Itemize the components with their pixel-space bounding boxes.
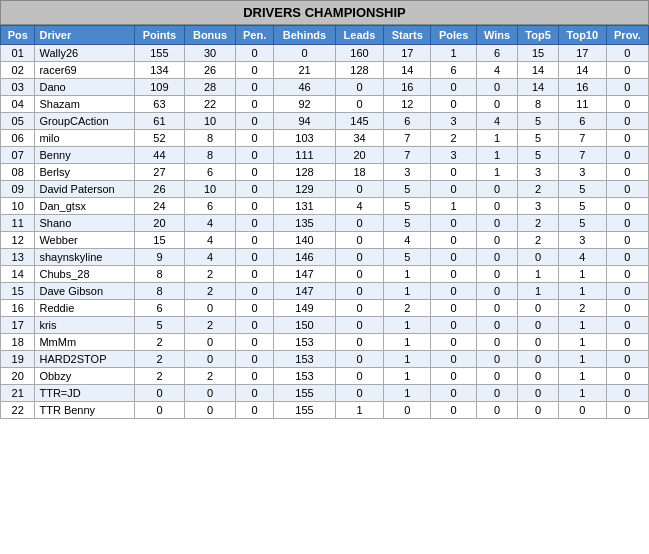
data-cell: 21 xyxy=(1,385,35,402)
data-cell: 128 xyxy=(335,62,383,79)
data-cell: 128 xyxy=(274,164,336,181)
data-cell: 09 xyxy=(1,181,35,198)
data-cell: 0 xyxy=(606,130,648,147)
data-cell: 0 xyxy=(335,317,383,334)
data-cell: 0 xyxy=(236,113,274,130)
data-cell: 5 xyxy=(518,113,559,130)
data-cell: 8 xyxy=(134,266,184,283)
data-cell: 10 xyxy=(1,198,35,215)
data-cell: 0 xyxy=(431,334,476,351)
table-row: 11Shano20401350500250 xyxy=(1,215,649,232)
col-pos: Pos xyxy=(1,26,35,45)
col-points: Points xyxy=(134,26,184,45)
data-cell: 0 xyxy=(185,385,236,402)
driver-name-cell: Shano xyxy=(35,215,134,232)
data-cell: 0 xyxy=(476,232,518,249)
data-cell: 109 xyxy=(134,79,184,96)
data-cell: 0 xyxy=(476,283,518,300)
data-cell: 2 xyxy=(185,283,236,300)
driver-name-cell: MmMm xyxy=(35,334,134,351)
col-poles: Poles xyxy=(431,26,476,45)
data-cell: 92 xyxy=(274,96,336,113)
data-cell: 0 xyxy=(476,181,518,198)
data-cell: 0 xyxy=(606,249,648,266)
data-cell: 0 xyxy=(518,334,559,351)
data-cell: 16 xyxy=(1,300,35,317)
data-cell: 0 xyxy=(236,232,274,249)
data-cell: 0 xyxy=(134,402,184,419)
data-cell: 1 xyxy=(558,385,606,402)
data-cell: 10 xyxy=(185,113,236,130)
driver-name-cell: kris xyxy=(35,317,134,334)
col-wins: Wins xyxy=(476,26,518,45)
table-row: 05GroupCAction6110094145634560 xyxy=(1,113,649,130)
data-cell: 2 xyxy=(185,368,236,385)
data-cell: 1 xyxy=(431,45,476,62)
data-cell: 46 xyxy=(274,79,336,96)
data-cell: 0 xyxy=(335,300,383,317)
data-cell: 0 xyxy=(236,351,274,368)
data-cell: 4 xyxy=(476,113,518,130)
data-cell: 0 xyxy=(606,164,648,181)
data-cell: 2 xyxy=(558,300,606,317)
data-cell: 12 xyxy=(384,96,431,113)
data-cell: 1 xyxy=(558,351,606,368)
data-cell: 0 xyxy=(476,351,518,368)
driver-name-cell: Wally26 xyxy=(35,45,134,62)
data-cell: 0 xyxy=(518,351,559,368)
data-cell: 1 xyxy=(384,368,431,385)
table-row: 09David Paterson261001290500250 xyxy=(1,181,649,198)
data-cell: 0 xyxy=(606,198,648,215)
page-title: DRIVERS CHAMPIONSHIP xyxy=(243,5,406,20)
data-cell: 14 xyxy=(518,62,559,79)
data-cell: 1 xyxy=(384,334,431,351)
data-cell: 1 xyxy=(384,317,431,334)
data-cell: 07 xyxy=(1,147,35,164)
col-top10: Top10 xyxy=(558,26,606,45)
data-cell: 0 xyxy=(606,96,648,113)
data-cell: 21 xyxy=(274,62,336,79)
data-cell: 4 xyxy=(558,249,606,266)
data-cell: 3 xyxy=(384,164,431,181)
data-cell: 6 xyxy=(431,62,476,79)
data-cell: 129 xyxy=(274,181,336,198)
data-cell: 30 xyxy=(185,45,236,62)
data-cell: 1 xyxy=(476,147,518,164)
data-cell: 18 xyxy=(335,164,383,181)
driver-name-cell: TTR Benny xyxy=(35,402,134,419)
data-cell: 0 xyxy=(335,283,383,300)
data-cell: 0 xyxy=(236,215,274,232)
driver-name-cell: Dano xyxy=(35,79,134,96)
data-cell: 3 xyxy=(431,147,476,164)
data-cell: 22 xyxy=(1,402,35,419)
data-cell: 0 xyxy=(236,402,274,419)
table-row: 17kris5201500100010 xyxy=(1,317,649,334)
driver-name-cell: Reddie xyxy=(35,300,134,317)
data-cell: 0 xyxy=(606,147,648,164)
driver-name-cell: Dan_gtsx xyxy=(35,198,134,215)
data-cell: 1 xyxy=(384,283,431,300)
data-cell: 6 xyxy=(134,300,184,317)
data-cell: 3 xyxy=(431,113,476,130)
table-header-row: Pos Driver Points Bonus Pen. Behinds Lea… xyxy=(1,26,649,45)
table-row: 02racer6913426021128146414140 xyxy=(1,62,649,79)
data-cell: 2 xyxy=(134,334,184,351)
data-cell: 6 xyxy=(185,164,236,181)
data-cell: 4 xyxy=(185,249,236,266)
data-cell: 2 xyxy=(134,368,184,385)
driver-name-cell: David Paterson xyxy=(35,181,134,198)
data-cell: 0 xyxy=(558,402,606,419)
table-row: 16Reddie6001490200020 xyxy=(1,300,649,317)
data-cell: 0 xyxy=(476,198,518,215)
data-cell: 2 xyxy=(431,130,476,147)
data-cell: 44 xyxy=(134,147,184,164)
data-cell: 1 xyxy=(558,334,606,351)
data-cell: 0 xyxy=(384,402,431,419)
data-cell: 1 xyxy=(384,385,431,402)
driver-name-cell: Berlsy xyxy=(35,164,134,181)
data-cell: 0 xyxy=(236,147,274,164)
data-cell: 16 xyxy=(558,79,606,96)
data-cell: 0 xyxy=(606,215,648,232)
data-cell: 145 xyxy=(335,113,383,130)
data-cell: 0 xyxy=(431,385,476,402)
